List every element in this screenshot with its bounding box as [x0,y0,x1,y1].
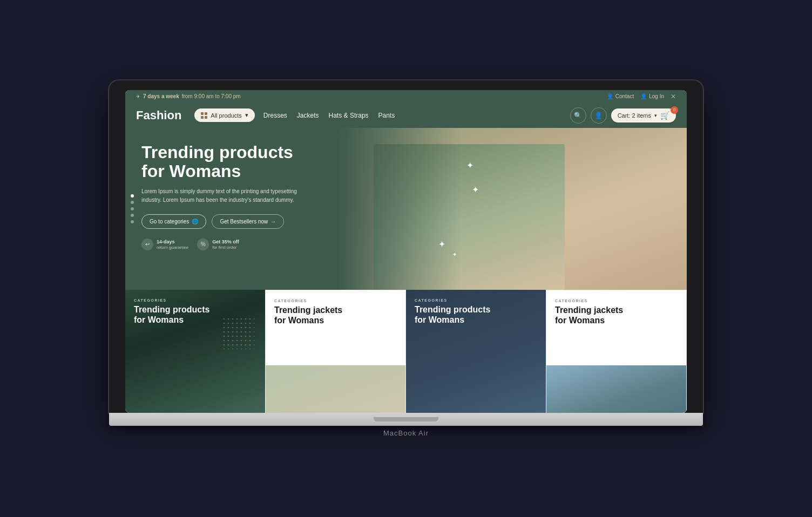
card4-title: Trending jackets for Womans [555,305,623,325]
cart-button[interactable]: Cart: 2 items ▾ 🛒 0 [611,108,676,123]
hero-bg-image [339,128,687,290]
schedule-info: ✈ 7 days a week from 9:00 am to 7:00 pm [136,93,241,99]
screen: ✈ 7 days a week from 9:00 am to 7:00 pm … [125,90,687,413]
card1-info: CATEGORIES Trending products for Womans [125,290,218,334]
slide-dot-1[interactable] [131,194,134,198]
login-link[interactable]: 👤 Log In [640,93,664,99]
grid-dots-decoration [222,317,254,349]
cart-badge: 0 [671,106,678,114]
bestsellers-button[interactable]: Get Bestsellers now → [212,214,284,229]
chevron-down-icon: ▾ [245,112,248,119]
nav-link-jackets[interactable]: Jackets [297,112,319,119]
hero-buttons: Go to categories 🌐 Get Bestsellers now → [141,214,380,229]
slide-dot-4[interactable] [131,214,134,217]
schedule-detail: from 9:00 am to 7:00 pm [182,93,241,99]
card1-category-label: CATEGORIES [134,298,209,302]
chevron-down-icon: ▾ [654,113,657,118]
laptop-notch [374,417,438,421]
nav-link-hats[interactable]: Hats & Straps [329,112,369,119]
search-icon: 🔍 [574,112,582,119]
logo: Fashion [136,108,181,123]
nav-link-pants[interactable]: Pants [378,112,395,119]
top-bar-right: 👤 Contact 👤 Log In ✕ [607,93,676,100]
login-icon: 👤 [640,93,647,99]
all-products-dropdown[interactable]: All products ▾ [194,108,254,122]
card4-category-label: CATEGORIES [555,299,623,303]
card4-info: CATEGORIES Trending jackets for Womans [546,290,632,334]
slide-dot-3[interactable] [131,207,134,210]
card2-title: Trending jackets for Womans [274,305,342,325]
hero-content: Trending products for Womans Lorem Ipsum… [141,143,380,250]
slide-dot-2[interactable] [131,201,134,204]
go-to-categories-button[interactable]: Go to categories 🌐 [141,214,206,229]
close-button[interactable]: ✕ [671,93,676,100]
discount-icon: % [197,239,209,250]
hero-description: Lorem Ipsum is simply dummy text of the … [141,187,314,205]
nav-links: Dresses Jackets Hats & Straps Pants [263,112,561,119]
navigation: Fashion All products ▾ Dresses Jackets H… [125,103,687,128]
return-icon: ↩ [141,239,153,250]
card2-category-label: CATEGORIES [274,299,342,303]
hero-section: ✦ ✦ ✦ ✦ Trending products for Womans Lor… [125,128,687,290]
globe-icon: 🌐 [192,219,198,225]
hero-title: Trending products for Womans [141,143,380,181]
discount-badge: % Get 35% off for first order [197,239,239,250]
card3-title: Trending products for Womans [415,304,490,325]
schedule-text: 7 days a week [143,93,179,99]
laptop-model-label: MacBook Air [109,429,703,437]
grid-icon [201,112,207,119]
cart-label: Cart: 2 items [618,112,651,119]
card1-title: Trending products for Womans [134,304,209,325]
discount-badge-text: Get 35% off for first order [212,239,239,250]
nav-right: 🔍 👤 Cart: 2 items ▾ 🛒 0 [570,107,676,124]
return-guarantee-badge: ↩ 14-days return guarantee [141,239,188,250]
account-button[interactable]: 👤 [591,107,607,124]
laptop-base [109,413,703,426]
slide-dot-5[interactable] [131,220,134,223]
user-icon: 👤 [594,112,603,119]
contact-icon: 👤 [607,93,613,99]
category-card-1[interactable]: CATEGORIES Trending products for Womans … [125,290,265,413]
dropdown-label: All products [211,112,241,119]
category-card-2[interactable]: CATEGORIES Trending jackets for Womans G… [265,290,406,413]
top-bar: ✈ 7 days a week from 9:00 am to 7:00 pm … [125,90,687,103]
card4-bg [546,365,686,413]
slide-dots [131,194,134,223]
return-badge-text: 14-days return guarantee [157,239,188,250]
search-button[interactable]: 🔍 [570,107,586,124]
contact-link[interactable]: 👤 Contact [607,93,634,99]
categories-section: CATEGORIES Trending products for Womans … [125,290,687,413]
card3-info: CATEGORIES Trending products for Womans [406,290,499,334]
arrow-icon: → [270,219,276,225]
cart-icon: 🛒 [660,111,669,120]
hero-badges: ↩ 14-days return guarantee % Get 35% off [141,239,380,250]
nav-link-dresses[interactable]: Dresses [263,112,287,119]
category-card-4[interactable]: CATEGORIES Trending jackets for Womans G… [546,290,687,413]
category-card-3[interactable]: CATEGORIES Trending products for Womans … [406,290,546,413]
card2-info: CATEGORIES Trending jackets for Womans [266,290,351,334]
card2-bg [266,365,405,413]
card3-category-label: CATEGORIES [415,298,490,302]
